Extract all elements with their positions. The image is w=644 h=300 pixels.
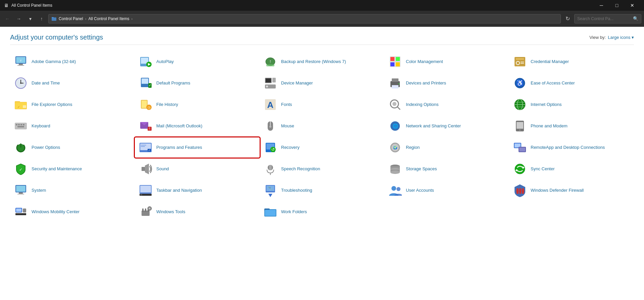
item-troubleshoot[interactable]: 🔧 Troubleshooting	[260, 180, 384, 200]
svg-rect-137	[145, 208, 146, 212]
svg-marker-123	[268, 194, 272, 197]
svg-text:↑: ↑	[269, 59, 272, 64]
titlebar-icon: 🖥	[4, 3, 9, 8]
item-windows-mobility[interactable]: Windows Mobility Center	[10, 202, 135, 222]
dropdown-button[interactable]: ▾	[25, 14, 35, 23]
item-security[interactable]: ✓ Security and Maintenance	[10, 159, 135, 179]
item-sound[interactable]: Sound	[135, 159, 260, 179]
svg-text:✓: ✓	[149, 83, 151, 87]
security-icon: ✓	[14, 162, 28, 176]
item-ease-of-access[interactable]: ♿ Ease of Access Center	[509, 73, 634, 93]
item-label-file-explorer: File Explorer Options	[32, 102, 72, 108]
item-label-windows-defender: Windows Defender Firewall	[531, 188, 584, 193]
item-windows-defender[interactable]: Windows Defender Firewall	[509, 180, 634, 200]
mobility-icon	[14, 205, 28, 219]
item-region[interactable]: 🌍 Region	[384, 137, 509, 158]
item-autoplay[interactable]: AutoPlay	[135, 52, 260, 72]
item-device-manager[interactable]: Device Manager	[260, 73, 384, 93]
svg-rect-103	[269, 165, 272, 170]
item-programs-features[interactable]: ✓ Programs and Features	[135, 137, 260, 158]
item-label-storage: Storage Spaces	[406, 166, 437, 172]
svg-marker-101	[145, 164, 149, 174]
svg-rect-63	[16, 124, 17, 125]
forward-button[interactable]: →	[14, 14, 23, 23]
keyboard-icon	[14, 119, 28, 133]
maximize-button[interactable]: □	[609, 0, 625, 11]
item-power[interactable]: Power Options	[10, 137, 135, 158]
main-content: Adjust your computer's settings View by:…	[0, 27, 644, 229]
backup-icon: ↑	[264, 55, 277, 68]
item-network-sharing[interactable]: 🌐 Network and Sharing Center	[384, 116, 509, 136]
item-credential-manager[interactable]: Credential Manager	[509, 52, 634, 72]
titlebar-title: All Control Panel Items	[11, 3, 52, 8]
item-label-security: Security and Maintenance	[32, 166, 82, 172]
defaultprograms-icon: ✓	[139, 76, 152, 90]
close-button[interactable]: ✕	[625, 0, 640, 11]
item-user-accounts[interactable]: User Accounts	[384, 180, 509, 200]
item-date-time[interactable]: Date and Time	[10, 73, 135, 93]
search-box[interactable]: 🔍	[574, 14, 641, 23]
up-button[interactable]: ↑	[37, 14, 46, 23]
item-keyboard[interactable]: Keyboard	[10, 116, 135, 136]
titlebar: 🖥 All Control Panel Items ─ □ ✕	[0, 0, 644, 11]
svg-rect-5	[17, 65, 24, 66]
item-default-programs[interactable]: ✓ Default Programs	[135, 73, 260, 93]
printer-icon	[388, 76, 402, 90]
item-internet-options[interactable]: Internet Options	[509, 95, 634, 115]
item-indexing[interactable]: Indexing Options	[384, 95, 509, 115]
item-system[interactable]: System	[10, 180, 135, 200]
minimize-button[interactable]: ─	[594, 0, 609, 11]
item-taskbar[interactable]: Taskbar and Navigation	[135, 180, 260, 200]
breadcrumb-all-items[interactable]: All Control Panel Items	[88, 16, 129, 21]
refresh-button[interactable]: ↻	[563, 14, 572, 23]
svg-rect-23	[521, 63, 524, 64]
item-fonts[interactable]: A Fonts	[260, 95, 384, 115]
svg-text:🌍: 🌍	[393, 145, 397, 150]
users-icon	[388, 184, 402, 197]
item-color-management[interactable]: Color Management	[384, 52, 509, 72]
monitor-icon: γ	[14, 55, 28, 68]
ease-icon: ♿	[513, 76, 527, 90]
svg-rect-67	[17, 126, 24, 127]
breadcrumb-control-panel[interactable]: Control Panel	[59, 16, 83, 21]
item-sync[interactable]: Sync Center	[509, 159, 634, 179]
item-work-folders[interactable]: Work Folders	[260, 202, 384, 222]
svg-point-36	[266, 85, 268, 87]
item-phone-modem[interactable]: Phone and Modem	[509, 116, 634, 136]
item-backup-restore[interactable]: ↑ Backup and Restore (Windows 7)	[260, 52, 384, 72]
item-label-backup-restore: Backup and Restore (Windows 7)	[281, 59, 346, 65]
item-label-ease-of-access: Ease of Access Center	[531, 80, 575, 86]
view-by-dropdown[interactable]: Large icons ▾	[608, 35, 634, 40]
item-recovery[interactable]: ↺ Recovery	[260, 137, 384, 158]
item-adobe-gamma[interactable]: γ Adobe Gamma (32-bit)	[10, 52, 135, 72]
item-remoteapp[interactable]: RemoteApp and Desktop Connections	[509, 137, 634, 158]
fonts-icon: A	[264, 98, 277, 111]
item-label-device-manager: Device Manager	[281, 80, 313, 86]
item-mouse[interactable]: Mouse	[260, 116, 384, 136]
address-bar[interactable]: Control Panel › All Control Panel Items …	[48, 14, 561, 23]
svg-text:♿: ♿	[516, 79, 524, 87]
item-speech[interactable]: Speech Recognition	[260, 159, 384, 179]
item-label-taskbar: Taskbar and Navigation	[156, 188, 202, 193]
item-file-history[interactable]: ◷ File History	[135, 95, 260, 115]
item-label-color-management: Color Management	[406, 59, 443, 65]
svg-text:A: A	[267, 100, 274, 110]
item-mail[interactable]: ! Mail (Microsoft Outlook)	[135, 116, 260, 136]
sound-icon	[139, 162, 152, 176]
network-icon: 🌐	[388, 119, 402, 133]
item-file-explorer[interactable]: ✓ File Explorer Options	[10, 95, 135, 115]
search-input[interactable]	[577, 16, 631, 21]
item-windows-tools[interactable]: Windows Tools	[135, 202, 260, 222]
system-icon	[14, 184, 28, 197]
item-label-autoplay: AutoPlay	[156, 59, 174, 65]
svg-text:↺: ↺	[271, 147, 275, 152]
svg-point-40	[398, 83, 399, 84]
svg-rect-34	[272, 78, 276, 82]
svg-rect-115	[19, 192, 23, 194]
item-devices-printers[interactable]: Devices and Printers	[384, 73, 509, 93]
back-button[interactable]: ←	[3, 14, 12, 23]
item-storage[interactable]: Storage Spaces	[384, 159, 509, 179]
speech-icon	[264, 162, 277, 176]
svg-rect-134	[23, 208, 26, 213]
svg-point-27	[20, 82, 21, 84]
